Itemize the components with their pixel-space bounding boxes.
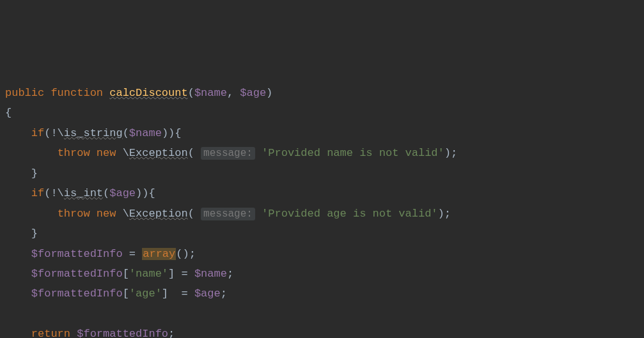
code-line-1: public function calcDiscount($name, $age… (5, 87, 272, 99)
bracket-close: ] (168, 268, 175, 280)
paren-close: ) (266, 87, 272, 99)
function-is-string: is_string (64, 127, 123, 139)
class-exception: Exception (129, 147, 188, 159)
paren-open: ( (188, 87, 194, 99)
keyword-function: function (51, 87, 103, 99)
code-line-8: } (5, 227, 38, 240)
paren-close: ); (438, 208, 451, 220)
paren-open: ( (188, 147, 201, 159)
string-literal: 'Provided age is not valid' (262, 208, 437, 220)
backslash: \ (123, 147, 129, 159)
assign: = (181, 268, 187, 280)
bracket-close: ] (162, 288, 168, 300)
string-literal: 'Provided name is not valid' (262, 147, 444, 159)
var-formatted-info: $formattedInfo (77, 328, 168, 338)
keyword-return: return (31, 328, 70, 338)
code-line-12: return $formattedInfo; (5, 328, 175, 338)
paren-close: )){ (136, 187, 155, 199)
keyword-public: public (5, 87, 44, 99)
var-formatted-info: $formattedInfo (31, 288, 123, 300)
var-formatted-info: $formattedInfo (31, 268, 123, 280)
param-name: $name (194, 87, 227, 99)
function-is-int: is_int (64, 187, 103, 199)
code-line-5: } (5, 167, 38, 180)
function-name: calcDiscount (109, 87, 187, 99)
paren-close: ); (444, 147, 457, 159)
brace-close: } (31, 227, 38, 240)
code-line-2: { (5, 107, 12, 119)
comma: , (227, 87, 240, 99)
brace-open: { (5, 107, 12, 119)
bracket-open: [ (123, 268, 129, 280)
code-line-blank (5, 308, 12, 320)
paren-open: ( (123, 127, 129, 139)
code-line-9: $formattedInfo = array(); (5, 248, 196, 260)
paren-open: ( (103, 187, 109, 199)
keyword-if: if (31, 187, 44, 199)
class-exception: Exception (129, 208, 188, 220)
code-line-10: $formattedInfo['name'] = $name; (5, 268, 233, 280)
keyword-array-highlighted: array (142, 248, 176, 260)
semicolon: ; (227, 268, 233, 280)
string-key-age: 'age' (129, 288, 162, 300)
var-name: $name (129, 127, 162, 139)
code-editor[interactable]: public function calcDiscount($name, $age… (5, 83, 639, 338)
var-age: $age (194, 288, 221, 300)
paren-close: )){ (162, 127, 182, 139)
code-line-7: throw new \Exception( message: 'Provided… (5, 208, 451, 220)
semicolon: ; (168, 328, 175, 338)
string-key-name: 'name' (129, 268, 168, 280)
semicolon: ; (221, 288, 227, 300)
paren-open: (!\ (44, 187, 64, 199)
brace-close: } (31, 167, 38, 180)
paren-open: (!\ (44, 127, 64, 139)
var-age: $age (109, 187, 136, 199)
code-line-4: throw new \Exception( message: 'Provided… (5, 147, 457, 159)
paren-open: ( (188, 208, 201, 220)
keyword-new: new (97, 147, 116, 159)
keyword-if: if (31, 127, 44, 139)
code-line-11: $formattedInfo['age'] = $age; (5, 288, 227, 300)
keyword-new: new (97, 208, 116, 220)
backslash: \ (123, 208, 129, 220)
var-name: $name (194, 268, 227, 280)
keyword-throw: throw (58, 208, 90, 220)
keyword-throw: throw (58, 147, 90, 159)
param-hint-message: message: (201, 147, 255, 160)
bracket-open: [ (123, 288, 129, 300)
param-hint-message: message: (201, 208, 255, 220)
code-line-6: if(!\is_int($age)){ (5, 187, 155, 199)
assign: = (181, 288, 187, 300)
paren: (); (176, 248, 196, 260)
var-formatted-info: $formattedInfo (31, 248, 123, 260)
assign: = (129, 248, 136, 260)
param-age: $age (240, 87, 266, 99)
code-line-3: if(!\is_string($name)){ (5, 127, 181, 139)
